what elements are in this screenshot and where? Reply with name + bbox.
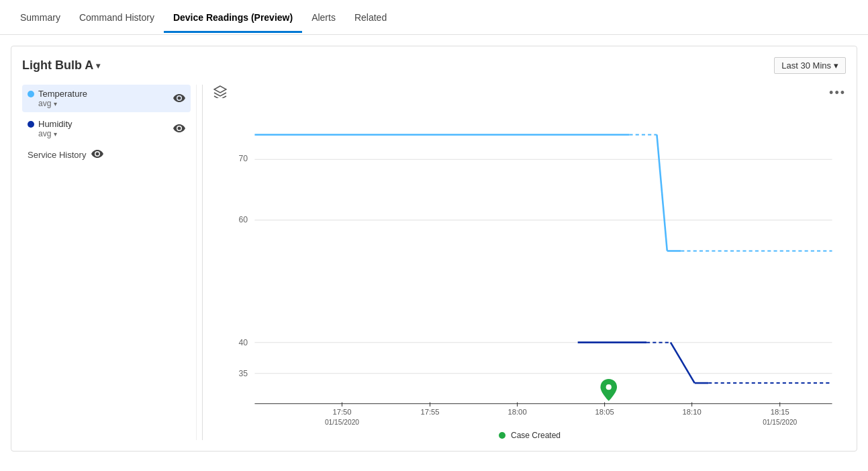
svg-text:18:05: 18:05 (595, 408, 614, 416)
tab-bar: Summary Command History Device Readings … (0, 0, 868, 35)
svg-text:60: 60 (239, 215, 248, 224)
sidebar-divider (202, 85, 203, 440)
layers-icon[interactable] (213, 85, 227, 101)
time-range-chevron: ▾ (834, 60, 838, 71)
chart-area: ••• (208, 85, 846, 440)
main-content: Light Bulb A ▾ Last 30 Mins ▾ (0, 35, 868, 471)
svg-text:40: 40 (239, 338, 248, 347)
series-temperature-name-row: Temperature (28, 89, 87, 99)
time-range-selector[interactable]: Last 30 Mins ▾ (774, 57, 846, 74)
svg-text:70: 70 (239, 154, 248, 163)
series-temperature-dot (28, 91, 34, 97)
device-name: Light Bulb A (22, 58, 93, 73)
svg-text:17:50: 17:50 (332, 408, 351, 416)
device-title[interactable]: Light Bulb A ▾ (22, 58, 100, 73)
series-humidity-agg-chevron: ▾ (54, 130, 57, 138)
series-temperature-agg: avg ▾ (38, 99, 87, 108)
svg-text:18:00: 18:00 (508, 408, 526, 416)
series-item-humidity[interactable]: Humidity avg ▾ (22, 115, 191, 142)
tab-command-history[interactable]: Command History (70, 3, 164, 32)
series-sidebar: Temperature avg ▾ (22, 85, 197, 440)
series-item-temperature[interactable]: Temperature avg ▾ (22, 85, 191, 112)
time-range-label: Last 30 Mins (781, 60, 831, 71)
page-container: Summary Command History Device Readings … (0, 0, 868, 471)
svg-text:17:55: 17:55 (420, 408, 439, 416)
chart-wrap: 70 60 40 35 17:50 01/15/2020 (213, 107, 846, 425)
chart-toolbar-left (213, 85, 227, 101)
series-humidity-agg: avg ▾ (38, 129, 73, 138)
svg-text:01/15/2020: 01/15/2020 (763, 419, 797, 426)
legend-case-created-dot (499, 432, 505, 439)
series-item-service-history[interactable]: Service History (22, 145, 191, 164)
chart-more-icon[interactable]: ••• (829, 86, 846, 100)
chart-card: Light Bulb A ▾ Last 30 Mins ▾ (11, 46, 857, 452)
series-temperature-agg-chevron: ▾ (54, 100, 57, 108)
chart-svg: 70 60 40 35 17:50 01/15/2020 (213, 107, 846, 425)
series-humidity-name-row: Humidity (28, 119, 73, 129)
svg-text:35: 35 (239, 369, 248, 378)
series-temperature-name: Temperature (38, 89, 87, 99)
series-temperature-left: Temperature avg ▾ (28, 89, 87, 108)
series-temperature-eye-icon[interactable] (173, 93, 185, 104)
series-service-history-eye-icon[interactable] (91, 149, 103, 160)
device-chevron: ▾ (96, 61, 100, 71)
svg-text:01/15/2020: 01/15/2020 (325, 419, 359, 426)
card-header: Light Bulb A ▾ Last 30 Mins ▾ (22, 57, 846, 74)
svg-text:18:15: 18:15 (771, 408, 789, 416)
series-humidity-dot (28, 121, 34, 128)
tab-related[interactable]: Related (345, 3, 396, 32)
case-created-marker (600, 379, 617, 401)
svg-point-27 (606, 384, 612, 390)
tab-device-readings[interactable]: Device Readings (Preview) (164, 3, 302, 32)
tab-summary[interactable]: Summary (11, 3, 70, 32)
tab-alerts[interactable]: Alerts (302, 3, 345, 32)
series-humidity-left: Humidity avg ▾ (28, 119, 73, 138)
legend-case-created-label: Case Created (511, 431, 561, 440)
chart-toolbar: ••• (213, 85, 846, 101)
svg-text:18:10: 18:10 (683, 408, 702, 416)
chart-container: Temperature avg ▾ (22, 85, 846, 440)
series-humidity-name: Humidity (38, 119, 73, 129)
chart-legend: Case Created (213, 431, 846, 440)
series-humidity-eye-icon[interactable] (173, 124, 185, 134)
series-service-history-name: Service History (28, 150, 86, 160)
